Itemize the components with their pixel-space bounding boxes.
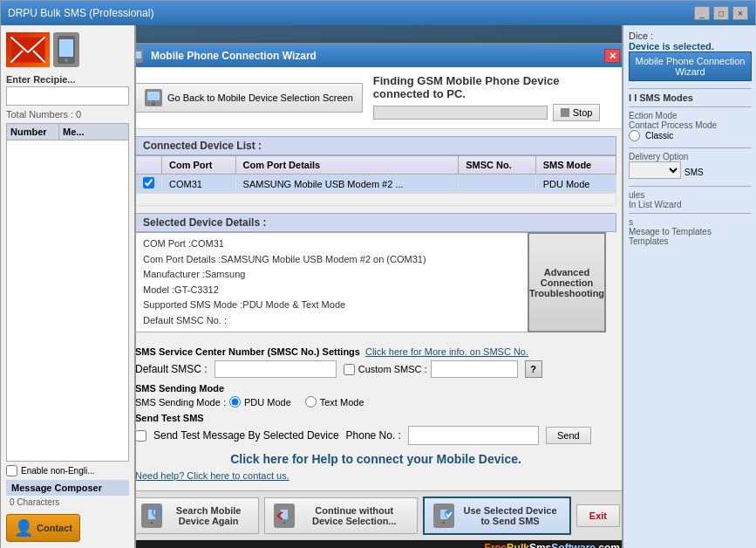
minimize-button[interactable]: _	[694, 6, 710, 20]
enable-nonenglish-label: Enable non-Engli...	[21, 466, 95, 476]
icon-area	[6, 32, 129, 67]
enable-nonenglish-area: Enable non-Engli...	[6, 465, 129, 476]
app-titlebar: DRPU Bulk SMS (Professional) _ □ ×	[1, 1, 755, 25]
phone-small-icon	[53, 32, 79, 67]
maximize-button[interactable]: □	[713, 6, 729, 20]
svg-rect-6	[59, 39, 73, 57]
titlebar-buttons: _ □ ×	[694, 6, 748, 20]
message-composer-label: Message Composer	[6, 480, 129, 496]
email-icon	[6, 32, 50, 67]
rules-label: ules	[629, 190, 752, 200]
main-right-panel: Dice : Device is selected. Mobile Phone …	[622, 25, 756, 548]
classic-radio[interactable]	[629, 130, 640, 141]
wizard-highlight-text: Mobile Phone Connection Wizard	[636, 56, 746, 77]
app-window: DRPU Bulk SMS (Professional) _ □ ×	[0, 0, 756, 548]
wizard-highlight-btn[interactable]: Mobile Phone Connection Wizard	[629, 51, 752, 81]
execution-mode-label: Ection Mode	[629, 111, 752, 120]
recipients-table: Number Me...	[6, 123, 129, 462]
svg-point-7	[65, 58, 68, 62]
delivery-option-label: Delivery Option	[629, 152, 752, 161]
recipients-input[interactable]	[6, 86, 129, 106]
close-button[interactable]: ×	[732, 6, 748, 20]
divider-4	[629, 186, 752, 187]
sms-modes-label: I I SMS Modes	[629, 92, 752, 103]
enable-nonenglish-checkbox[interactable]	[6, 465, 17, 476]
col-number-header: Number	[7, 124, 59, 140]
sms-suffix: SMS	[684, 168, 704, 177]
divider-5	[629, 213, 752, 214]
contact-button[interactable]: 👤 Contact	[6, 514, 80, 542]
device-label: Dice :	[629, 31, 752, 41]
s-label: s	[629, 217, 752, 227]
divider-1	[629, 88, 752, 89]
classic-label: Classic	[645, 131, 673, 140]
list-wizard-label: In List Wizard	[629, 200, 752, 209]
divider-3	[629, 147, 752, 148]
char-count: 0 Characters	[6, 496, 129, 509]
templates-label: Templates	[629, 236, 752, 246]
contact-process-mode-label: Contact Process Mode	[629, 120, 752, 130]
device-selected-text: Device is selected.	[629, 41, 752, 51]
contact-btn-label: Contact	[37, 523, 72, 533]
sms-select-row: SMS	[629, 161, 752, 182]
message-templates-label: Mesage to Templates	[629, 227, 752, 236]
table-header: Number Me...	[7, 124, 128, 140]
app-content-wrapper: Enter Recipie... Total Numbers : 0 Numbe…	[1, 25, 756, 548]
delivery-select[interactable]	[629, 161, 681, 179]
col-message-header: Me...	[59, 124, 128, 140]
classic-radio-row: Classic	[629, 130, 752, 141]
main-left-panel: Enter Recipie... Total Numbers : 0 Numbe…	[1, 25, 136, 548]
divider-2	[629, 106, 752, 107]
app-title: DRPU Bulk SMS (Professional)	[8, 7, 153, 19]
total-numbers-label: Total Numbers : 0	[6, 109, 129, 120]
enter-recipients-label: Enter Recipie...	[6, 74, 129, 85]
